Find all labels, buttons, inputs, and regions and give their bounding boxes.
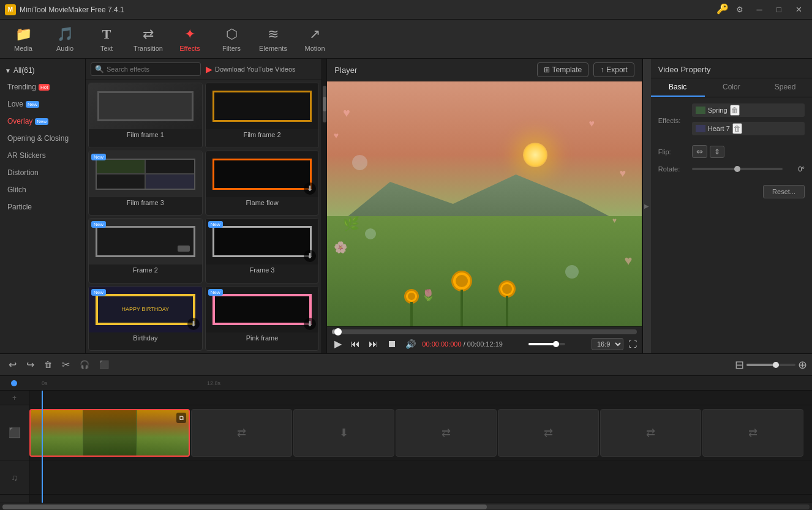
next-button[interactable]: ⏭: [366, 337, 381, 351]
download-youtube-button[interactable]: ▶ Download YouTube Videos: [206, 64, 296, 74]
property-tabs: Basic Color Speed: [651, 78, 812, 97]
sidebar-item-opening-closing[interactable]: Opening & Closing: [0, 130, 85, 147]
audio-detach-button[interactable]: 🎧: [76, 358, 93, 371]
timeline-body: + ⬛ ♫ ⧉: [0, 391, 812, 503]
delete-button[interactable]: 🗑: [40, 358, 56, 371]
track-labels: + ⬛ ♫: [0, 391, 29, 503]
music-track-icon: ♫: [11, 473, 18, 482]
zoom-in-button[interactable]: ⊕: [798, 358, 807, 372]
transition-slot-4[interactable]: ⇄: [498, 409, 599, 457]
sidebar-all-section[interactable]: ▼ All(61): [0, 62, 85, 78]
sidebar-overlay-label: Overlay: [7, 117, 32, 126]
transition-slot-2[interactable]: ⬇: [293, 409, 394, 457]
flip-vertical-button[interactable]: ⇕: [710, 146, 724, 158]
sidebar-item-distortion[interactable]: Distortion: [0, 164, 85, 181]
delete-heart7-button[interactable]: 🗑: [732, 123, 742, 134]
effect-film-frame-3[interactable]: New Film frame 3: [88, 151, 203, 216]
export-button[interactable]: ↑ Export: [593, 62, 634, 77]
effects-value: Spring 🗑 Heart 7 🗑: [692, 103, 805, 138]
effect-film-frame-1[interactable]: Film frame 1: [88, 83, 203, 148]
search-input[interactable]: [107, 66, 197, 73]
video-clip-main[interactable]: ⧉: [29, 409, 190, 457]
prev-button[interactable]: ⏮: [348, 337, 363, 351]
toolbar-transition[interactable]: ⇄ Transition: [127, 21, 169, 57]
track-label-video[interactable]: ⬛: [0, 405, 29, 460]
deco-heart-6: ♥: [588, 118, 595, 129]
volume-button[interactable]: 🔊: [403, 338, 418, 350]
flip-row: Flip: ⇔ ⇕: [658, 145, 805, 158]
rotate-slider[interactable]: [692, 168, 783, 170]
effects-scrollbar[interactable]: [321, 59, 326, 353]
scroll-thumb[interactable]: [2, 504, 487, 509]
timeline: 0s 12.8s + ⬛ ♫: [0, 375, 812, 510]
sidebar-item-particle[interactable]: Particle: [0, 198, 85, 216]
settings-button[interactable]: ⚙: [731, 3, 748, 17]
transition-slot-1[interactable]: ⇄: [191, 409, 292, 457]
effect-frame-3[interactable]: New ⬇ Frame 3: [205, 218, 320, 283]
download-icon[interactable]: ⬇: [304, 182, 316, 195]
effect-frame-2[interactable]: New Frame 2: [88, 218, 203, 283]
sidebar-item-glitch[interactable]: Glitch: [0, 181, 85, 198]
cut-button[interactable]: ✂: [58, 357, 73, 372]
collapse-handle[interactable]: ▶: [642, 59, 651, 353]
effect-birthday[interactable]: New HAPPY BIRTHDAY ⬇ Birthday: [88, 286, 203, 351]
undo-button[interactable]: ↩: [5, 357, 20, 372]
time-display: 00:00:00:000 / 00:00:12:19: [422, 340, 503, 348]
sidebar-love-label: Love: [7, 100, 23, 108]
toolbar-text[interactable]: T Text: [86, 21, 127, 57]
track-label-music[interactable]: ♫: [0, 460, 29, 495]
minimize-button[interactable]: ─: [751, 3, 768, 17]
toolbar-effects[interactable]: ✦ Effects: [169, 21, 211, 57]
crop-button[interactable]: ⬛: [96, 358, 113, 371]
download-icon[interactable]: ⬇: [187, 318, 200, 330]
download-icon[interactable]: ⬇: [304, 250, 316, 262]
sidebar-item-ar-stickers[interactable]: AR Stickers: [0, 147, 85, 164]
toolbar-media[interactable]: 📁 Media: [2, 21, 44, 57]
close-button[interactable]: ✕: [790, 3, 807, 17]
template-button[interactable]: ⊞ Template: [537, 62, 589, 77]
titlebar: M MiniTool MovieMaker Free 7.4.1 🔑 ⚙ ─ □…: [0, 0, 812, 20]
delete-spring-button[interactable]: 🗑: [730, 105, 740, 116]
zoom-slider[interactable]: [746, 364, 795, 366]
volume-slider[interactable]: [528, 343, 565, 345]
stop-button[interactable]: ⏹: [385, 337, 399, 351]
download-icon[interactable]: ⬇: [304, 318, 316, 330]
tab-basic[interactable]: Basic: [651, 78, 705, 97]
zoom-out-button[interactable]: ⊟: [735, 358, 744, 372]
fullscreen-button[interactable]: ⛶: [628, 339, 637, 349]
sidebar-item-overlay[interactable]: Overlay New: [0, 113, 85, 130]
search-box[interactable]: 🔍: [91, 62, 201, 76]
flip-horizontal-button[interactable]: ⇔: [692, 145, 707, 158]
play-button[interactable]: ▶: [332, 337, 344, 351]
deco-heart-3: ♥: [620, 167, 626, 180]
aspect-ratio-select[interactable]: 16:9 9:16 4:3 1:1: [592, 338, 623, 350]
effect-flame-flow[interactable]: ⬇ Flame flow: [205, 151, 320, 216]
timeline-scrollbar[interactable]: [0, 503, 812, 510]
toolbar-elements[interactable]: ≋ Elements: [252, 21, 294, 57]
tab-color[interactable]: Color: [705, 78, 759, 97]
maximize-button[interactable]: □: [770, 3, 788, 17]
toolbar-filters[interactable]: ⬡ Filters: [211, 21, 252, 57]
toolbar-audio[interactable]: 🎵 Audio: [44, 21, 86, 57]
progress-bar[interactable]: [332, 329, 637, 334]
transition-slot-6[interactable]: ⇄: [702, 409, 803, 457]
effect-film-frame-2[interactable]: Film frame 2: [205, 83, 320, 148]
effect-name: Flame flow: [206, 197, 319, 209]
effect-pink-frame[interactable]: New ⬇ Pink frame: [205, 286, 320, 351]
video-track-icon: ⬛: [9, 427, 21, 438]
deco-bubble-1: [352, 155, 367, 170]
transition-slot-3[interactable]: ⇄: [396, 409, 497, 457]
add-track-label-btn[interactable]: +: [12, 394, 17, 402]
sidebar-item-trending[interactable]: Trending Hot: [0, 78, 85, 96]
sunflower-head: [406, 291, 417, 302]
redo-button[interactable]: ↪: [23, 357, 38, 372]
effect-name: Pink frame: [206, 332, 319, 344]
tab-speed[interactable]: Speed: [758, 78, 812, 97]
effect-thumb: New HAPPY BIRTHDAY ⬇: [89, 287, 202, 332]
reset-button[interactable]: Reset...: [763, 185, 805, 198]
effect-spring-icon: [696, 107, 705, 114]
toolbar-motion[interactable]: ↗ Motion: [294, 21, 336, 57]
transition-slot-5[interactable]: ⇄: [600, 409, 701, 457]
sidebar-item-love[interactable]: Love New: [0, 96, 85, 113]
effect-thumb: ⬇: [206, 151, 319, 197]
